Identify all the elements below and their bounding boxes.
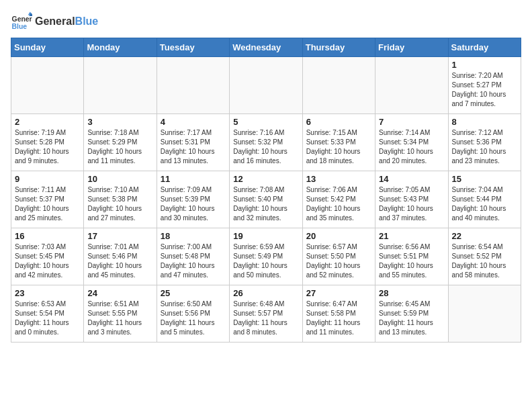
day-number: 4 xyxy=(161,117,226,127)
calendar-cell: 17Sunrise: 7:01 AM Sunset: 5:46 PM Dayli… xyxy=(84,228,157,285)
day-number: 22 xyxy=(452,231,517,241)
day-info: Sunrise: 6:45 AM Sunset: 5:59 PM Dayligh… xyxy=(379,300,444,337)
day-number: 17 xyxy=(87,231,152,241)
calendar-cell: 9Sunrise: 7:11 AM Sunset: 5:37 PM Daylig… xyxy=(11,171,84,228)
day-info: Sunrise: 7:03 AM Sunset: 5:45 PM Dayligh… xyxy=(15,242,80,280)
day-number: 16 xyxy=(15,231,80,241)
week-row-1: 2Sunrise: 7:19 AM Sunset: 5:28 PM Daylig… xyxy=(11,114,521,171)
day-number: 6 xyxy=(306,117,371,127)
calendar-cell xyxy=(230,57,302,114)
day-number: 1 xyxy=(452,60,517,70)
day-info: Sunrise: 7:14 AM Sunset: 5:34 PM Dayligh… xyxy=(379,128,444,166)
day-info: Sunrise: 7:08 AM Sunset: 5:40 PM Dayligh… xyxy=(233,185,298,223)
calendar-cell: 22Sunrise: 6:54 AM Sunset: 5:52 PM Dayli… xyxy=(448,228,521,285)
calendar-cell: 6Sunrise: 7:15 AM Sunset: 5:33 PM Daylig… xyxy=(302,114,375,171)
calendar-cell: 12Sunrise: 7:08 AM Sunset: 5:40 PM Dayli… xyxy=(230,171,302,228)
week-row-0: 1Sunrise: 7:20 AM Sunset: 5:27 PM Daylig… xyxy=(11,57,521,114)
day-number: 28 xyxy=(379,288,444,298)
day-number: 18 xyxy=(161,231,226,241)
day-number: 9 xyxy=(15,174,80,184)
day-number: 26 xyxy=(233,288,298,298)
week-row-2: 9Sunrise: 7:11 AM Sunset: 5:37 PM Daylig… xyxy=(11,171,521,228)
day-number: 15 xyxy=(452,174,517,184)
day-info: Sunrise: 7:19 AM Sunset: 5:28 PM Dayligh… xyxy=(15,128,80,166)
day-number: 24 xyxy=(87,288,152,298)
calendar-cell: 11Sunrise: 7:09 AM Sunset: 5:39 PM Dayli… xyxy=(157,171,229,228)
svg-text:General: General xyxy=(12,15,32,23)
day-info: Sunrise: 7:06 AM Sunset: 5:42 PM Dayligh… xyxy=(306,185,371,223)
weekday-header-wednesday: Wednesday xyxy=(230,38,302,57)
week-row-4: 23Sunrise: 6:53 AM Sunset: 5:54 PM Dayli… xyxy=(11,285,521,342)
calendar-cell: 3Sunrise: 7:18 AM Sunset: 5:29 PM Daylig… xyxy=(84,114,157,171)
calendar-cell: 23Sunrise: 6:53 AM Sunset: 5:54 PM Dayli… xyxy=(11,285,84,342)
weekday-header-thursday: Thursday xyxy=(302,38,375,57)
calendar-header-row: SundayMondayTuesdayWednesdayThursdayFrid… xyxy=(11,38,521,57)
calendar-cell: 13Sunrise: 7:06 AM Sunset: 5:42 PM Dayli… xyxy=(302,171,375,228)
calendar-cell: 8Sunrise: 7:12 AM Sunset: 5:36 PM Daylig… xyxy=(448,114,521,171)
day-info: Sunrise: 6:54 AM Sunset: 5:52 PM Dayligh… xyxy=(452,242,517,280)
weekday-header-saturday: Saturday xyxy=(448,38,521,57)
day-info: Sunrise: 7:10 AM Sunset: 5:38 PM Dayligh… xyxy=(87,185,152,223)
week-row-3: 16Sunrise: 7:03 AM Sunset: 5:45 PM Dayli… xyxy=(11,228,521,285)
day-info: Sunrise: 7:16 AM Sunset: 5:32 PM Dayligh… xyxy=(233,128,298,166)
calendar-cell: 28Sunrise: 6:45 AM Sunset: 5:59 PM Dayli… xyxy=(375,285,448,342)
day-info: Sunrise: 6:59 AM Sunset: 5:49 PM Dayligh… xyxy=(233,242,298,280)
day-number: 3 xyxy=(87,117,152,127)
calendar-cell xyxy=(84,57,157,114)
day-number: 20 xyxy=(306,231,371,241)
day-info: Sunrise: 7:05 AM Sunset: 5:43 PM Dayligh… xyxy=(379,185,444,223)
day-info: Sunrise: 6:50 AM Sunset: 5:56 PM Dayligh… xyxy=(161,300,226,337)
calendar-cell: 18Sunrise: 7:00 AM Sunset: 5:48 PM Dayli… xyxy=(157,228,229,285)
calendar-cell xyxy=(375,57,448,114)
day-info: Sunrise: 6:56 AM Sunset: 5:51 PM Dayligh… xyxy=(379,242,444,280)
day-info: Sunrise: 7:17 AM Sunset: 5:31 PM Dayligh… xyxy=(161,128,226,166)
day-number: 11 xyxy=(161,174,226,184)
day-number: 25 xyxy=(161,288,226,298)
calendar-cell: 10Sunrise: 7:10 AM Sunset: 5:38 PM Dayli… xyxy=(84,171,157,228)
calendar-cell xyxy=(157,57,229,114)
calendar-table: SundayMondayTuesdayWednesdayThursdayFrid… xyxy=(11,38,521,342)
day-info: Sunrise: 7:12 AM Sunset: 5:36 PM Dayligh… xyxy=(452,128,517,166)
svg-text:Blue: Blue xyxy=(12,23,28,30)
day-info: Sunrise: 6:47 AM Sunset: 5:58 PM Dayligh… xyxy=(306,300,371,337)
day-info: Sunrise: 7:11 AM Sunset: 5:37 PM Dayligh… xyxy=(15,185,80,223)
calendar-cell: 4Sunrise: 7:17 AM Sunset: 5:31 PM Daylig… xyxy=(157,114,229,171)
calendar-cell: 20Sunrise: 6:57 AM Sunset: 5:50 PM Dayli… xyxy=(302,228,375,285)
day-number: 13 xyxy=(306,174,371,184)
day-info: Sunrise: 7:01 AM Sunset: 5:46 PM Dayligh… xyxy=(87,242,152,280)
calendar-cell: 21Sunrise: 6:56 AM Sunset: 5:51 PM Dayli… xyxy=(375,228,448,285)
calendar-cell: 2Sunrise: 7:19 AM Sunset: 5:28 PM Daylig… xyxy=(11,114,84,171)
calendar-cell: 1Sunrise: 7:20 AM Sunset: 5:27 PM Daylig… xyxy=(448,57,521,114)
calendar-cell: 14Sunrise: 7:05 AM Sunset: 5:43 PM Dayli… xyxy=(375,171,448,228)
calendar-cell: 7Sunrise: 7:14 AM Sunset: 5:34 PM Daylig… xyxy=(375,114,448,171)
calendar-cell xyxy=(448,285,521,342)
day-info: Sunrise: 7:15 AM Sunset: 5:33 PM Dayligh… xyxy=(306,128,371,166)
day-info: Sunrise: 7:18 AM Sunset: 5:29 PM Dayligh… xyxy=(87,128,152,166)
day-info: Sunrise: 7:20 AM Sunset: 5:27 PM Dayligh… xyxy=(452,71,517,109)
day-info: Sunrise: 7:04 AM Sunset: 5:44 PM Dayligh… xyxy=(452,185,517,223)
day-number: 14 xyxy=(379,174,444,184)
day-info: Sunrise: 6:48 AM Sunset: 5:57 PM Dayligh… xyxy=(233,300,298,337)
calendar-cell: 27Sunrise: 6:47 AM Sunset: 5:58 PM Dayli… xyxy=(302,285,375,342)
day-info: Sunrise: 7:09 AM Sunset: 5:39 PM Dayligh… xyxy=(161,185,226,223)
calendar-cell: 15Sunrise: 7:04 AM Sunset: 5:44 PM Dayli… xyxy=(448,171,521,228)
weekday-header-tuesday: Tuesday xyxy=(157,38,229,57)
calendar-cell: 5Sunrise: 7:16 AM Sunset: 5:32 PM Daylig… xyxy=(230,114,302,171)
calendar-cell: 16Sunrise: 7:03 AM Sunset: 5:45 PM Dayli… xyxy=(11,228,84,285)
logo-icon: General Blue xyxy=(11,11,32,32)
calendar-cell: 25Sunrise: 6:50 AM Sunset: 5:56 PM Dayli… xyxy=(157,285,229,342)
calendar-cell: 19Sunrise: 6:59 AM Sunset: 5:49 PM Dayli… xyxy=(230,228,302,285)
day-info: Sunrise: 6:57 AM Sunset: 5:50 PM Dayligh… xyxy=(306,242,371,280)
logo: General Blue GeneralBlue xyxy=(11,11,98,32)
day-number: 21 xyxy=(379,231,444,241)
day-info: Sunrise: 7:00 AM Sunset: 5:48 PM Dayligh… xyxy=(161,242,226,280)
day-number: 12 xyxy=(233,174,298,184)
calendar-cell: 26Sunrise: 6:48 AM Sunset: 5:57 PM Dayli… xyxy=(230,285,302,342)
weekday-header-friday: Friday xyxy=(375,38,448,57)
page-header: General Blue GeneralBlue xyxy=(11,11,521,32)
calendar-cell xyxy=(11,57,84,114)
calendar-cell xyxy=(302,57,375,114)
day-number: 8 xyxy=(452,117,517,127)
weekday-header-sunday: Sunday xyxy=(11,38,84,57)
day-number: 7 xyxy=(379,117,444,127)
